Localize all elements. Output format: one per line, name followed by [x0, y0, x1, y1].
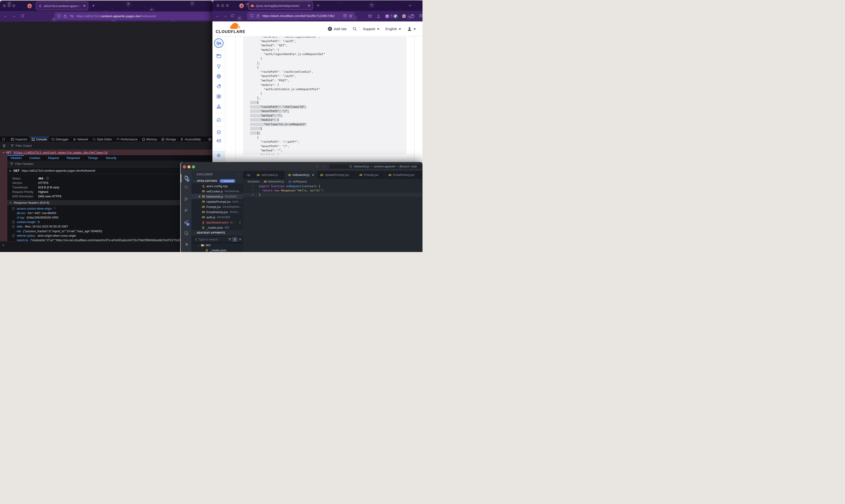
network-request-message[interactable]: ▼ GET https://a92a73c3.sentient-appwrite…	[0, 150, 213, 155]
breadcrumb-functions[interactable]: functions	[247, 180, 259, 183]
url-bar[interactable]: https://a92a73c3.sentient-appwrite.pages…	[54, 12, 213, 20]
fuzzy-search-toggle[interactable]	[232, 237, 237, 241]
devtools-tab-accessibility[interactable]: Accessibility	[178, 137, 203, 142]
help-icon[interactable]: ?	[12, 225, 15, 228]
open-editor-dashboard.astro[interactable]: dashboard.astrosr...1	[191, 220, 243, 225]
editor-tab-UpdatePrompt.jsx[interactable]: JSUpdatePrompt.jsx	[317, 171, 356, 179]
lock-icon[interactable]	[257, 14, 260, 18]
editor-tab-helloworld.js[interactable]: JShelloworld.js✕	[285, 171, 317, 179]
breadcrumb-helloworld.js[interactable]: JShelloworld.js	[263, 180, 284, 183]
sidebar-item-vault-icon[interactable]	[216, 94, 221, 100]
collapse-triangle-icon[interactable]: ▼	[10, 202, 12, 204]
sidebar-item-domains-icon[interactable]: www.	[216, 74, 221, 80]
cloudflare-logo[interactable]: CLOUDFLARE	[216, 23, 245, 34]
activity-search-icon[interactable]	[184, 185, 188, 191]
detail-tab-response[interactable]: Response	[67, 155, 80, 161]
close-editor-icon[interactable]: ✕	[197, 195, 201, 198]
activity-terraform-icon[interactable]	[184, 242, 188, 247]
sidebar-item-email-icon[interactable]	[216, 138, 221, 144]
help-icon[interactable]: ?	[12, 221, 15, 224]
list-all-tabs-chevron-icon[interactable]	[408, 4, 412, 7]
account-menu[interactable]	[407, 26, 416, 31]
detail-tab-cookies[interactable]: Cookies	[30, 155, 40, 161]
tab-close-icon[interactable]: ✕	[308, 3, 311, 8]
menu-icon[interactable]	[419, 14, 422, 17]
help-icon[interactable]: ?	[12, 234, 15, 237]
close-window-button[interactable]	[3, 4, 6, 7]
open-editor-EmailHistory.jsx[interactable]: JSEmailHistory.jsxsrc/co...	[191, 209, 243, 215]
devtools-tab-storage[interactable]: Storage	[159, 137, 178, 142]
collapse-triangle-icon[interactable]: ▼	[3, 151, 4, 154]
open-editor-astro.config.mjs[interactable]: astro.config.mjs	[191, 183, 243, 188]
devtools-tab-performance[interactable]: Performance	[114, 137, 140, 142]
zoom-window-button[interactable]	[192, 165, 195, 168]
help-icon[interactable]: ?	[12, 207, 15, 210]
sidebar-item-history-icon[interactable]	[216, 118, 221, 124]
devtools-tab-network[interactable]: Network	[71, 137, 90, 142]
tab-close-icon[interactable]: ✕	[83, 4, 86, 8]
detail-tab-headers[interactable]: Headers	[11, 155, 22, 161]
close-icon[interactable]: ✕	[239, 238, 241, 241]
command-center-search[interactable]: helloworld.js — sentient-appwrite — [Bra…	[329, 164, 422, 169]
devtools-tab-debugger[interactable]: Debugger	[49, 137, 71, 142]
url-bar[interactable]: https://dash.cloudflare.com/6d74a1f9c712…	[247, 12, 355, 20]
routes-json-viewer[interactable]: "routePath": "/auth/logoutHandler", "mou…	[243, 37, 407, 155]
back-button[interactable]: ←	[216, 14, 220, 18]
open-editors-section-header[interactable]: ⌄ OPEN EDITORS 1 unsaved	[191, 178, 243, 183]
notion-icon[interactable]	[402, 14, 406, 18]
forward-button[interactable]: →	[223, 14, 227, 18]
editor-tab-EmailHistory.jsx[interactable]: JSEmailHistory.jsx	[385, 171, 422, 179]
download-icon[interactable]	[377, 14, 381, 18]
minimize-window-button[interactable]	[7, 4, 11, 7]
forward-button[interactable]: →	[12, 14, 16, 18]
devtools-tab-style-editor[interactable]: Style Editor	[90, 137, 114, 142]
lock-icon[interactable]	[64, 14, 67, 18]
filter-output-placeholder[interactable]: Filter Output	[16, 144, 32, 147]
detail-tab-request[interactable]: Request	[48, 155, 59, 161]
tree-find-widget[interactable]: ⢿ Type to search ✕	[193, 236, 243, 242]
drag-handle-icon[interactable]: ⢿	[195, 238, 197, 240]
filter-icon[interactable]	[228, 238, 231, 241]
permissions-icon[interactable]	[70, 15, 74, 18]
navigate-back-icon[interactable]: ←	[316, 164, 319, 168]
open-editor-helloworld.js[interactable]: ✕JShelloworld.jsfunctions	[191, 194, 243, 199]
open-editor-UpdatePrompt.jsx[interactable]: JSUpdatePrompt.jsxsrc/c...	[191, 199, 243, 204]
close-tab-icon[interactable]: ✕	[312, 173, 314, 177]
activity-remote-explorer-icon[interactable]	[184, 231, 189, 236]
breadcrumb-onRequest[interactable]: onRequest	[288, 180, 307, 183]
clipboard-extension-icon[interactable]	[411, 14, 414, 18]
tracking-protection-shield-icon[interactable]	[57, 14, 61, 18]
sidebar-item-workers-icon[interactable]	[216, 153, 221, 159]
sidebar-item-network-tree-icon[interactable]	[216, 104, 221, 110]
devtools-tab-inspector[interactable]: Inspector	[9, 137, 30, 142]
open-editor-auth.js[interactable]: JSauth.jssrc/scripts	[191, 215, 243, 220]
new-tab-button[interactable]: +	[92, 3, 95, 8]
activity-source-control-icon[interactable]	[184, 197, 188, 202]
filter-headers-placeholder[interactable]: Filter Headers	[15, 162, 34, 166]
open-editor-setCookie.js[interactable]: JSsetCookie.jsfunctions/a...	[191, 188, 243, 194]
add-site-button[interactable]: Add site	[328, 26, 347, 31]
zoom-window-button[interactable]	[226, 4, 229, 7]
bookmark-star-icon[interactable]	[349, 14, 352, 18]
language-menu[interactable]: English	[385, 27, 401, 31]
sidebar-item-security-shield-icon[interactable]	[216, 130, 221, 136]
more-tools-button[interactable]	[206, 137, 213, 142]
workspace-section-header[interactable]: ⌄ SENTIENT-APPWRITE	[191, 230, 243, 235]
account-avatar[interactable]: Qa	[214, 38, 224, 48]
tree-item-dist[interactable]: ⌄dist	[191, 242, 243, 248]
pick-element-button[interactable]	[0, 137, 7, 142]
views-more-actions-icon[interactable]: ···	[236, 173, 240, 176]
new-tab-button[interactable]: +	[317, 3, 320, 8]
editor-tab-Prompt.jsx[interactable]: JSPrompt.jsx	[356, 171, 385, 179]
code-editor[interactable]: 1export function onRequest(context) {2 r…	[243, 184, 422, 252]
reader-view-icon[interactable]	[344, 14, 347, 17]
sidebar-item-websites-icon[interactable]	[216, 53, 221, 59]
onepassword-icon[interactable]	[394, 14, 398, 18]
clear-console-trash-icon[interactable]	[3, 144, 6, 147]
t-extension-icon[interactable]: T	[385, 14, 389, 18]
help-icon[interactable]: ?	[46, 177, 49, 180]
devtools-tab-memory[interactable]: Memory	[140, 137, 159, 142]
minimize-window-button[interactable]	[221, 4, 224, 7]
open-editor-Prompt.jsx[interactable]: JSPrompt.jsxsrc/compone...	[191, 204, 243, 209]
navigate-forward-icon[interactable]: →	[322, 164, 326, 168]
